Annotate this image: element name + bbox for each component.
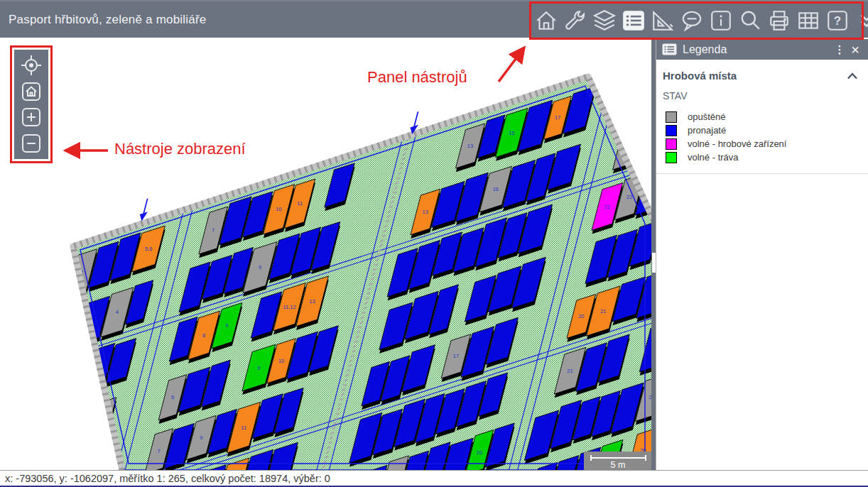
info-icon[interactable] xyxy=(708,7,734,34)
legend-menu-dots-icon[interactable]: ⋮ xyxy=(834,43,845,56)
svg-text:11,12: 11,12 xyxy=(283,304,295,310)
svg-text:20: 20 xyxy=(578,313,584,319)
grave-plot[interactable] xyxy=(61,351,94,400)
svg-text:9: 9 xyxy=(259,264,261,270)
svg-text:?: ? xyxy=(834,14,841,28)
svg-text:5: 5 xyxy=(99,419,102,425)
grave-plot[interactable] xyxy=(50,458,82,470)
scale-bar-label: 5 m xyxy=(611,460,626,470)
status-bar: x: -793056, y: -1062097, měřítko 1: 265,… xyxy=(0,470,868,486)
svg-text:9: 9 xyxy=(225,322,228,329)
legend-swatch-free-grass xyxy=(666,152,677,163)
legend-item-label: volné - tráva xyxy=(677,152,739,163)
legend-group-title: Hrobová místa xyxy=(663,70,737,82)
svg-text:13: 13 xyxy=(309,298,315,305)
zoom-in-icon[interactable] xyxy=(17,105,45,129)
svg-text:22: 22 xyxy=(626,194,632,200)
svg-text:8: 8 xyxy=(202,332,205,339)
grave-plot[interactable] xyxy=(637,116,651,163)
svg-text:16: 16 xyxy=(493,186,499,192)
svg-text:9: 9 xyxy=(200,434,202,441)
svg-text:11: 11 xyxy=(241,425,246,431)
svg-text:17: 17 xyxy=(453,353,459,359)
legend-item-label: volné - hrobové zařízení xyxy=(677,138,786,149)
search-icon[interactable] xyxy=(737,7,763,34)
table-grid-icon[interactable] xyxy=(796,7,821,34)
collapse-chevrons-icon[interactable] xyxy=(854,7,868,34)
svg-text:4: 4 xyxy=(116,309,119,315)
grave-plot[interactable] xyxy=(67,402,96,447)
svg-text:21: 21 xyxy=(600,308,606,314)
grave-plot[interactable] xyxy=(626,67,651,113)
legend-item-label: opuštěné xyxy=(677,111,726,122)
svg-text:10: 10 xyxy=(276,206,281,212)
cemetery-map[interactable]: 25,67101113151720254913162022248911,1213… xyxy=(1,38,651,470)
main-toolbar: ? xyxy=(533,1,868,39)
home-icon[interactable] xyxy=(533,7,559,34)
collapse-chevron-up-icon[interactable] xyxy=(847,72,858,80)
svg-text:20: 20 xyxy=(626,143,632,150)
svg-text:20: 20 xyxy=(477,449,482,456)
print-icon[interactable] xyxy=(766,7,792,34)
map-viewport[interactable]: 25,67101113151720254913162022248911,1213… xyxy=(1,38,651,470)
legend-item-label: pronajaté xyxy=(677,125,726,136)
legend-close-icon[interactable]: × xyxy=(848,43,862,57)
svg-text:15: 15 xyxy=(509,130,514,136)
legend-panel-header[interactable]: Legenda ⋮ × xyxy=(656,39,868,60)
svg-text:11: 11 xyxy=(297,200,303,207)
scale-bar: 5 m xyxy=(584,452,651,470)
legend-item: volné - tráva xyxy=(666,151,868,164)
legend-item: pronajaté xyxy=(666,124,868,137)
grave-plot[interactable] xyxy=(47,411,75,455)
legend-items: opuštěné pronajaté volné - hrobové zaříz… xyxy=(656,102,868,164)
map-scrollbar-thumb[interactable] xyxy=(652,253,656,273)
layers-icon[interactable] xyxy=(592,7,617,34)
legend-item: volné - hrobové zařízení xyxy=(666,137,868,151)
legend-separator xyxy=(656,173,868,174)
svg-text:21: 21 xyxy=(567,368,573,374)
svg-text:6: 6 xyxy=(171,394,174,400)
svg-text:5,6: 5,6 xyxy=(145,246,152,252)
legend-panel: Legenda ⋮ × Hrobová místa STAV opuštěné … xyxy=(656,39,868,486)
app-title: Pasport hřbitovů, zeleně a mobiliáře xyxy=(9,1,206,39)
grave-plot[interactable] xyxy=(40,359,70,405)
svg-text:9: 9 xyxy=(257,365,260,371)
map-scrollbar[interactable] xyxy=(651,38,656,470)
legend-title: Legenda xyxy=(683,43,834,56)
svg-text:21: 21 xyxy=(604,204,610,210)
legend-swatch-free-equipment xyxy=(666,138,677,150)
app-window: { "window": { "title": "Pasport hřbitovů… xyxy=(0,0,868,487)
help-icon[interactable]: ? xyxy=(825,7,850,34)
grave-plot[interactable] xyxy=(26,416,55,461)
legend-list-small-icon xyxy=(662,43,677,55)
svg-text:7: 7 xyxy=(212,227,215,234)
legend-list-icon[interactable] xyxy=(621,7,646,34)
legend-swatch-rented xyxy=(666,125,677,136)
measure-ruler-icon[interactable] xyxy=(650,7,676,34)
svg-text:17: 17 xyxy=(555,114,560,121)
legend-item: opuštěné xyxy=(666,110,868,124)
grave-plot[interactable] xyxy=(73,451,107,470)
app-header: Pasport hřbitovů, zeleně a mobiliáře xyxy=(0,0,868,38)
svg-text:13: 13 xyxy=(467,143,473,149)
legend-attribute-title: STAV xyxy=(656,82,868,102)
legend-swatch-abandoned xyxy=(666,111,677,123)
geolocate-icon[interactable] xyxy=(17,53,45,77)
svg-text:13: 13 xyxy=(423,209,428,215)
zoom-out-icon[interactable] xyxy=(17,131,45,155)
home-extent-icon[interactable] xyxy=(17,80,45,104)
tools-wrench-icon[interactable] xyxy=(563,7,588,34)
grave-plot[interactable] xyxy=(53,304,86,349)
svg-text:7: 7 xyxy=(158,448,161,454)
comment-bubble-icon[interactable] xyxy=(679,7,705,34)
view-tools-panel xyxy=(14,50,48,159)
svg-text:10: 10 xyxy=(278,358,284,364)
